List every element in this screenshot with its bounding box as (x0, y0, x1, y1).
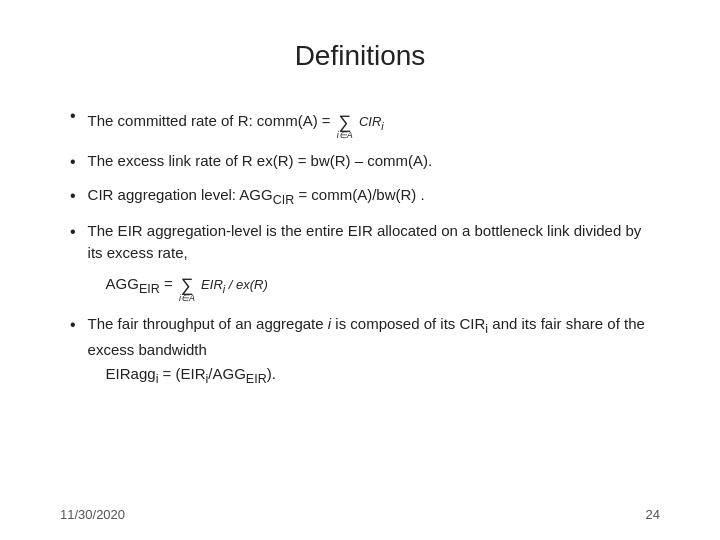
bullet-5-text: The fair throughput of an aggregate i is… (88, 313, 660, 389)
sigma-formula-2: x ∑ i∈A (179, 267, 195, 303)
list-item: The EIR aggregation-level is the entire … (70, 220, 660, 303)
list-item: The committed rate of R: comm(A) = x ∑ i… (70, 104, 660, 140)
slide: Definitions The committed rate of R: com… (0, 0, 720, 540)
bullet-3-text: CIR aggregation level: AGGCIR = comm(A)/… (88, 184, 660, 210)
list-item: CIR aggregation level: AGGCIR = comm(A)/… (70, 184, 660, 210)
sigma-formula-1: x ∑ i∈A (337, 104, 353, 140)
slide-footer: 11/30/2020 24 (0, 507, 720, 522)
footer-date: 11/30/2020 (60, 507, 125, 522)
list-item: The fair throughput of an aggregate i is… (70, 313, 660, 389)
list-item: The excess link rate of R ex(R) = bw(R) … (70, 150, 660, 174)
bullet-list: The committed rate of R: comm(A) = x ∑ i… (70, 104, 660, 389)
bullet-1-text: The committed rate of R: comm(A) = x ∑ i… (88, 104, 660, 140)
slide-title: Definitions (60, 40, 660, 72)
bullet-2-text: The excess link rate of R ex(R) = bw(R) … (88, 150, 660, 173)
bullet-4-text: The EIR aggregation-level is the entire … (88, 220, 660, 303)
footer-page: 24 (646, 507, 660, 522)
content-area: The committed rate of R: comm(A) = x ∑ i… (70, 104, 660, 389)
